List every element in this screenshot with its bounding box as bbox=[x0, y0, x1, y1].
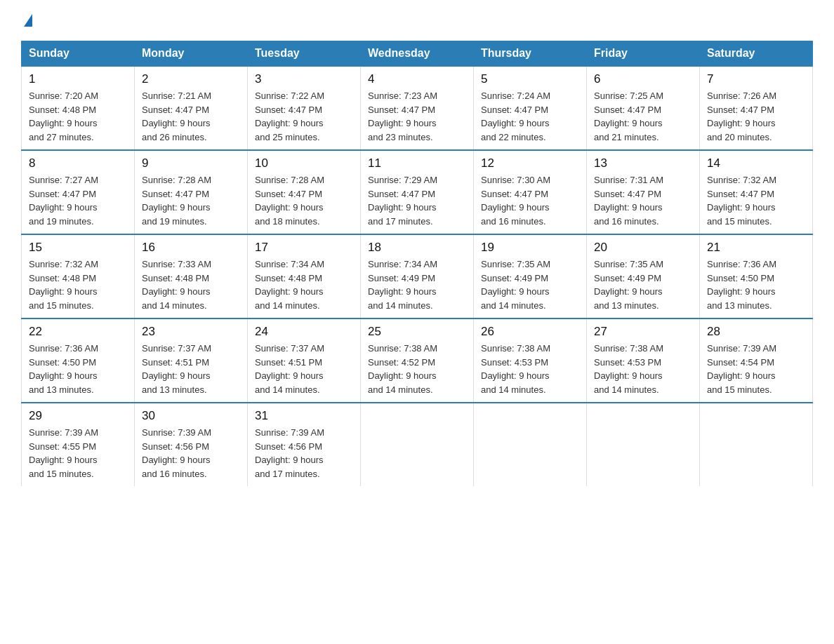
calendar-cell: 23 Sunrise: 7:37 AM Sunset: 4:51 PM Dayl… bbox=[135, 318, 248, 403]
calendar-cell: 9 Sunrise: 7:28 AM Sunset: 4:47 PM Dayli… bbox=[135, 150, 248, 234]
day-number: 21 bbox=[707, 241, 805, 255]
day-info: Sunrise: 7:37 AM Sunset: 4:51 PM Dayligh… bbox=[142, 342, 240, 396]
calendar-cell: 15 Sunrise: 7:32 AM Sunset: 4:48 PM Dayl… bbox=[22, 234, 135, 318]
calendar-cell bbox=[474, 403, 587, 486]
day-info: Sunrise: 7:37 AM Sunset: 4:51 PM Dayligh… bbox=[255, 342, 353, 396]
day-number: 1 bbox=[29, 72, 127, 86]
day-info: Sunrise: 7:31 AM Sunset: 4:47 PM Dayligh… bbox=[594, 173, 692, 228]
day-info: Sunrise: 7:35 AM Sunset: 4:49 PM Dayligh… bbox=[481, 257, 579, 312]
calendar-cell: 28 Sunrise: 7:39 AM Sunset: 4:54 PM Dayl… bbox=[700, 318, 813, 403]
calendar-cell: 4 Sunrise: 7:23 AM Sunset: 4:47 PM Dayli… bbox=[361, 66, 474, 150]
day-number: 6 bbox=[594, 72, 692, 86]
day-info: Sunrise: 7:34 AM Sunset: 4:48 PM Dayligh… bbox=[255, 257, 353, 312]
day-info: Sunrise: 7:27 AM Sunset: 4:47 PM Dayligh… bbox=[29, 173, 127, 228]
calendar-day-header: Thursday bbox=[474, 41, 587, 67]
day-info: Sunrise: 7:24 AM Sunset: 4:47 PM Dayligh… bbox=[481, 89, 579, 144]
calendar-cell: 26 Sunrise: 7:38 AM Sunset: 4:53 PM Dayl… bbox=[474, 318, 587, 403]
calendar-cell bbox=[361, 403, 474, 486]
calendar-cell: 27 Sunrise: 7:38 AM Sunset: 4:53 PM Dayl… bbox=[587, 318, 700, 403]
day-info: Sunrise: 7:39 AM Sunset: 4:56 PM Dayligh… bbox=[255, 426, 353, 481]
day-info: Sunrise: 7:36 AM Sunset: 4:50 PM Dayligh… bbox=[707, 257, 805, 312]
calendar-cell: 12 Sunrise: 7:30 AM Sunset: 4:47 PM Dayl… bbox=[474, 150, 587, 234]
day-info: Sunrise: 7:39 AM Sunset: 4:54 PM Dayligh… bbox=[707, 342, 805, 396]
page-header bbox=[21, 14, 813, 27]
day-number: 3 bbox=[255, 72, 353, 86]
day-number: 16 bbox=[142, 241, 240, 255]
calendar-cell bbox=[587, 403, 700, 486]
calendar-cell bbox=[700, 403, 813, 486]
calendar-cell: 1 Sunrise: 7:20 AM Sunset: 4:48 PM Dayli… bbox=[22, 66, 135, 150]
calendar-week-row: 1 Sunrise: 7:20 AM Sunset: 4:48 PM Dayli… bbox=[22, 66, 813, 150]
day-info: Sunrise: 7:39 AM Sunset: 4:55 PM Dayligh… bbox=[29, 426, 127, 481]
day-info: Sunrise: 7:32 AM Sunset: 4:47 PM Dayligh… bbox=[707, 173, 805, 228]
logo-triangle-icon bbox=[24, 14, 32, 27]
day-number: 28 bbox=[707, 325, 805, 339]
calendar-cell: 10 Sunrise: 7:28 AM Sunset: 4:47 PM Dayl… bbox=[248, 150, 361, 234]
day-info: Sunrise: 7:34 AM Sunset: 4:49 PM Dayligh… bbox=[368, 257, 466, 312]
calendar-cell: 22 Sunrise: 7:36 AM Sunset: 4:50 PM Dayl… bbox=[22, 318, 135, 403]
day-number: 4 bbox=[368, 72, 466, 86]
calendar-day-header: Sunday bbox=[22, 41, 135, 67]
day-number: 10 bbox=[255, 156, 353, 170]
logo bbox=[21, 14, 32, 27]
day-number: 8 bbox=[29, 156, 127, 170]
calendar-cell: 31 Sunrise: 7:39 AM Sunset: 4:56 PM Dayl… bbox=[248, 403, 361, 486]
calendar-week-row: 22 Sunrise: 7:36 AM Sunset: 4:50 PM Dayl… bbox=[22, 318, 813, 403]
calendar-table: SundayMondayTuesdayWednesdayThursdayFrid… bbox=[21, 41, 813, 486]
day-info: Sunrise: 7:20 AM Sunset: 4:48 PM Dayligh… bbox=[29, 89, 127, 144]
day-number: 22 bbox=[29, 325, 127, 339]
day-number: 11 bbox=[368, 156, 466, 170]
day-info: Sunrise: 7:23 AM Sunset: 4:47 PM Dayligh… bbox=[368, 89, 466, 144]
day-number: 18 bbox=[368, 241, 466, 255]
day-info: Sunrise: 7:36 AM Sunset: 4:50 PM Dayligh… bbox=[29, 342, 127, 396]
day-info: Sunrise: 7:28 AM Sunset: 4:47 PM Dayligh… bbox=[255, 173, 353, 228]
day-info: Sunrise: 7:26 AM Sunset: 4:47 PM Dayligh… bbox=[707, 89, 805, 144]
day-info: Sunrise: 7:38 AM Sunset: 4:53 PM Dayligh… bbox=[594, 342, 692, 396]
day-number: 15 bbox=[29, 241, 127, 255]
calendar-cell: 11 Sunrise: 7:29 AM Sunset: 4:47 PM Dayl… bbox=[361, 150, 474, 234]
day-number: 29 bbox=[29, 409, 127, 423]
calendar-cell: 21 Sunrise: 7:36 AM Sunset: 4:50 PM Dayl… bbox=[700, 234, 813, 318]
calendar-header-row: SundayMondayTuesdayWednesdayThursdayFrid… bbox=[22, 41, 813, 67]
calendar-week-row: 29 Sunrise: 7:39 AM Sunset: 4:55 PM Dayl… bbox=[22, 403, 813, 486]
calendar-cell: 18 Sunrise: 7:34 AM Sunset: 4:49 PM Dayl… bbox=[361, 234, 474, 318]
calendar-cell: 16 Sunrise: 7:33 AM Sunset: 4:48 PM Dayl… bbox=[135, 234, 248, 318]
day-number: 12 bbox=[481, 156, 579, 170]
calendar-day-header: Tuesday bbox=[248, 41, 361, 67]
day-info: Sunrise: 7:22 AM Sunset: 4:47 PM Dayligh… bbox=[255, 89, 353, 144]
day-info: Sunrise: 7:29 AM Sunset: 4:47 PM Dayligh… bbox=[368, 173, 466, 228]
calendar-cell: 6 Sunrise: 7:25 AM Sunset: 4:47 PM Dayli… bbox=[587, 66, 700, 150]
calendar-cell: 5 Sunrise: 7:24 AM Sunset: 4:47 PM Dayli… bbox=[474, 66, 587, 150]
calendar-week-row: 15 Sunrise: 7:32 AM Sunset: 4:48 PM Dayl… bbox=[22, 234, 813, 318]
day-number: 5 bbox=[481, 72, 579, 86]
calendar-cell: 19 Sunrise: 7:35 AM Sunset: 4:49 PM Dayl… bbox=[474, 234, 587, 318]
calendar-cell: 8 Sunrise: 7:27 AM Sunset: 4:47 PM Dayli… bbox=[22, 150, 135, 234]
day-number: 13 bbox=[594, 156, 692, 170]
day-info: Sunrise: 7:30 AM Sunset: 4:47 PM Dayligh… bbox=[481, 173, 579, 228]
calendar-cell: 24 Sunrise: 7:37 AM Sunset: 4:51 PM Dayl… bbox=[248, 318, 361, 403]
day-info: Sunrise: 7:38 AM Sunset: 4:52 PM Dayligh… bbox=[368, 342, 466, 396]
calendar-cell: 7 Sunrise: 7:26 AM Sunset: 4:47 PM Dayli… bbox=[700, 66, 813, 150]
calendar-cell: 2 Sunrise: 7:21 AM Sunset: 4:47 PM Dayli… bbox=[135, 66, 248, 150]
day-info: Sunrise: 7:32 AM Sunset: 4:48 PM Dayligh… bbox=[29, 257, 127, 312]
day-info: Sunrise: 7:25 AM Sunset: 4:47 PM Dayligh… bbox=[594, 89, 692, 144]
day-info: Sunrise: 7:28 AM Sunset: 4:47 PM Dayligh… bbox=[142, 173, 240, 228]
calendar-cell: 20 Sunrise: 7:35 AM Sunset: 4:49 PM Dayl… bbox=[587, 234, 700, 318]
day-number: 9 bbox=[142, 156, 240, 170]
day-number: 23 bbox=[142, 325, 240, 339]
calendar-cell: 29 Sunrise: 7:39 AM Sunset: 4:55 PM Dayl… bbox=[22, 403, 135, 486]
calendar-cell: 30 Sunrise: 7:39 AM Sunset: 4:56 PM Dayl… bbox=[135, 403, 248, 486]
day-number: 17 bbox=[255, 241, 353, 255]
day-info: Sunrise: 7:38 AM Sunset: 4:53 PM Dayligh… bbox=[481, 342, 579, 396]
calendar-cell: 3 Sunrise: 7:22 AM Sunset: 4:47 PM Dayli… bbox=[248, 66, 361, 150]
day-number: 31 bbox=[255, 409, 353, 423]
day-info: Sunrise: 7:33 AM Sunset: 4:48 PM Dayligh… bbox=[142, 257, 240, 312]
day-number: 7 bbox=[707, 72, 805, 86]
day-info: Sunrise: 7:35 AM Sunset: 4:49 PM Dayligh… bbox=[594, 257, 692, 312]
day-info: Sunrise: 7:39 AM Sunset: 4:56 PM Dayligh… bbox=[142, 426, 240, 481]
day-number: 2 bbox=[142, 72, 240, 86]
day-info: Sunrise: 7:21 AM Sunset: 4:47 PM Dayligh… bbox=[142, 89, 240, 144]
day-number: 25 bbox=[368, 325, 466, 339]
day-number: 30 bbox=[142, 409, 240, 423]
calendar-cell: 13 Sunrise: 7:31 AM Sunset: 4:47 PM Dayl… bbox=[587, 150, 700, 234]
